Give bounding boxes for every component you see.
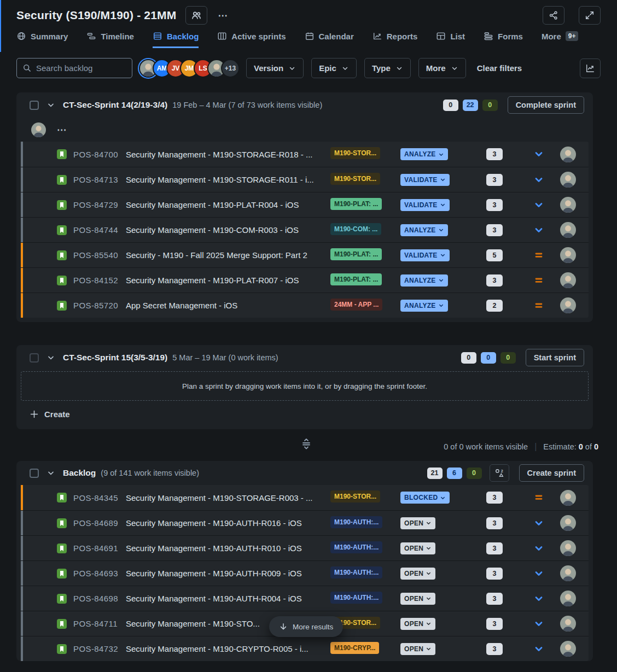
estimate-badge[interactable]: 3: [486, 224, 503, 236]
issue-key[interactable]: POS-84691: [73, 544, 126, 553]
issue-key[interactable]: POS-84713: [73, 175, 126, 184]
epic-label[interactable]: 24MM - APP ...: [330, 299, 382, 311]
backlog-name[interactable]: Backlog: [63, 468, 96, 478]
issue-title[interactable]: Security Management - M190-STORAGE-R018 …: [126, 150, 330, 159]
estimate-badge[interactable]: 3: [486, 492, 503, 504]
assignee-avatar[interactable]: [560, 247, 576, 263]
tab-summary[interactable]: Summary: [16, 31, 68, 48]
status-dropdown[interactable]: OPEN: [400, 517, 435, 529]
assignee-avatar[interactable]: [560, 565, 576, 581]
estimate-badge[interactable]: 3: [486, 274, 503, 287]
work-item-row[interactable]: POS-84689 Security Management - M190-AUT…: [21, 510, 589, 535]
issue-key[interactable]: POS-84152: [73, 276, 126, 285]
issue-title[interactable]: Security Management - M190-AUTH-R016 - i…: [126, 518, 330, 528]
tab-reports[interactable]: Reports: [372, 31, 418, 48]
collapse-chevron-icon[interactable]: [46, 101, 55, 109]
status-dropdown[interactable]: ANALYZE: [400, 300, 448, 312]
people-button[interactable]: [185, 6, 207, 25]
estimate-badge[interactable]: 5: [486, 249, 503, 261]
share-button[interactable]: [543, 6, 564, 25]
issue-key[interactable]: POS-84698: [73, 594, 126, 603]
issue-key[interactable]: POS-84345: [73, 493, 126, 502]
status-dropdown[interactable]: OPEN: [400, 643, 435, 655]
clear-filters-button[interactable]: Clear filters: [477, 63, 522, 73]
work-item-row[interactable]: POS-85540 Security - M190 - Fall 2025 Me…: [21, 242, 589, 267]
issue-key[interactable]: POS-84711: [73, 619, 126, 628]
assignee-avatar[interactable]: [560, 490, 576, 506]
estimate-badge[interactable]: 3: [486, 517, 503, 529]
estimate-badge[interactable]: 2: [486, 300, 503, 312]
expand-button[interactable]: [579, 6, 601, 25]
sprint-15-checkbox[interactable]: [30, 353, 39, 363]
assignee-avatar[interactable]: [560, 641, 576, 657]
issue-key[interactable]: POS-85540: [73, 250, 126, 260]
status-dropdown[interactable]: ANALYZE: [400, 274, 448, 287]
epic-label[interactable]: M190-AUTH:...: [330, 541, 382, 553]
assignee-overflow-button[interactable]: ⋯: [57, 124, 67, 136]
assignee-avatar[interactable]: [560, 197, 576, 213]
work-item-row[interactable]: POS-84713 Security Management - M190-STO…: [21, 167, 589, 192]
epic-label[interactable]: M190-PLAT: ...: [330, 248, 382, 260]
work-item-row[interactable]: POS-84744 Security Management - M190-COM…: [21, 217, 589, 242]
issue-title[interactable]: Security Management - M190-COM-R003 - iO…: [126, 225, 330, 235]
create-sprint-button[interactable]: Create sprint: [519, 464, 584, 482]
start-sprint-button[interactable]: Start sprint: [526, 349, 584, 366]
estimate-badge[interactable]: 3: [486, 542, 503, 554]
assignee-avatar[interactable]: [560, 222, 576, 238]
issue-key[interactable]: POS-84689: [73, 518, 126, 528]
assignee-avatar[interactable]: [560, 540, 576, 556]
sprint-assignee-avatar[interactable]: [31, 122, 46, 137]
status-dropdown[interactable]: VALIDATE: [400, 199, 450, 211]
issue-key[interactable]: POS-85720: [73, 301, 126, 310]
sprint-14-checkbox[interactable]: [30, 101, 39, 110]
epic-label[interactable]: M190-PLAT: ...: [330, 273, 382, 285]
status-dropdown[interactable]: OPEN: [400, 593, 435, 605]
assignee-avatar[interactable]: [560, 297, 576, 313]
type-filter-dropdown[interactable]: Type: [364, 58, 411, 78]
assignee-avatar[interactable]: [560, 272, 576, 288]
collapse-chevron-icon[interactable]: [46, 353, 55, 362]
estimate-badge[interactable]: 3: [486, 593, 503, 605]
epic-label[interactable]: M190-STOR...: [330, 173, 380, 185]
avatar-overflow[interactable]: +13: [222, 60, 238, 77]
issue-title[interactable]: Security Management - M190-PLAT-R004 - i…: [126, 200, 330, 209]
tab-forms[interactable]: Forms: [484, 31, 523, 48]
work-item-row[interactable]: POS-84729 Security Management - M190-PLA…: [21, 192, 589, 217]
insights-button[interactable]: [580, 59, 601, 78]
estimate-badge[interactable]: 3: [486, 618, 503, 630]
title-more-button[interactable]: ⋯: [218, 10, 228, 21]
status-dropdown[interactable]: VALIDATE: [400, 249, 450, 261]
estimate-badge[interactable]: 3: [486, 199, 503, 211]
search-input[interactable]: [36, 63, 118, 73]
estimate-badge[interactable]: 3: [486, 174, 503, 186]
status-dropdown[interactable]: VALIDATE: [400, 174, 450, 186]
collapse-chevron-icon[interactable]: [46, 469, 55, 477]
work-item-row[interactable]: POS-84152 Security Management - M190-PLA…: [21, 267, 589, 293]
more-filter-dropdown[interactable]: More: [418, 58, 466, 78]
epic-label[interactable]: M190-PLAT: ...: [330, 198, 382, 210]
search-backlog-field[interactable]: [16, 58, 132, 78]
tab-more[interactable]: More9+: [542, 31, 579, 48]
assignee-avatar[interactable]: [560, 591, 576, 606]
epic-label[interactable]: M190-AUTH:...: [330, 592, 382, 604]
issue-title[interactable]: Security Management - M190-STORAGE-R003 …: [126, 493, 330, 502]
tab-calendar[interactable]: Calendar: [305, 31, 354, 48]
sprint-name[interactable]: CT-Sec-Sprint 15(3/5-3/19): [63, 353, 167, 363]
sprint-dropzone[interactable]: Plan a sprint by dragging work items int…: [21, 371, 589, 401]
sprint-footer-drag-handle[interactable]: [300, 438, 312, 450]
tab-list[interactable]: List: [436, 31, 465, 48]
issue-title[interactable]: Security - M190 - Fall 2025 Merge Suppor…: [126, 250, 330, 260]
status-dropdown[interactable]: OPEN: [400, 542, 435, 554]
status-dropdown[interactable]: ANALYZE: [400, 148, 448, 160]
status-dropdown[interactable]: OPEN: [400, 618, 435, 630]
estimate-badge[interactable]: 3: [486, 148, 503, 160]
work-item-row[interactable]: POS-84698 Security Management - M190-AUT…: [21, 586, 589, 611]
tab-backlog[interactable]: Backlog: [153, 31, 199, 48]
version-filter-dropdown[interactable]: Version: [246, 58, 304, 78]
epic-label[interactable]: M190-COM: ...: [330, 223, 381, 235]
work-item-row[interactable]: POS-84700 Security Management - M190-STO…: [21, 142, 589, 167]
epic-label[interactable]: M190-STOR...: [330, 490, 380, 502]
issue-title[interactable]: Security Management - M190-CRYPTO-R005 -…: [126, 644, 330, 653]
work-item-row[interactable]: POS-85720 App Secret Management - iOS 24…: [21, 293, 589, 318]
issue-title[interactable]: Security Management - M190-AUTH-R004 - i…: [126, 594, 330, 603]
